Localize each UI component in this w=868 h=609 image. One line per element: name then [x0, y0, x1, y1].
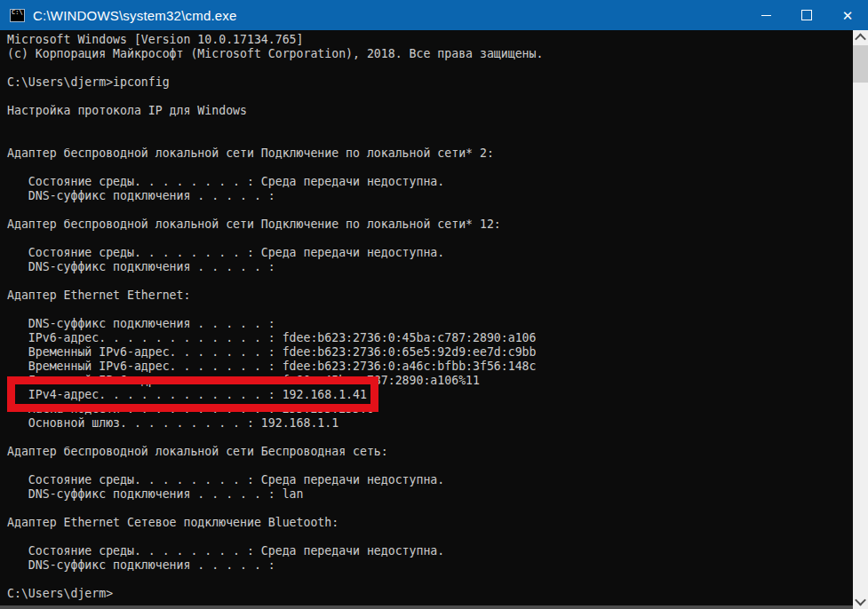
ipv4-highlight-box: [7, 376, 378, 412]
close-button[interactable]: ✕: [827, 0, 868, 30]
scrollbar[interactable]: [853, 30, 868, 609]
window-bottom-edge: [0, 605, 853, 609]
minimize-button[interactable]: [745, 0, 786, 30]
chevron-up-icon: [855, 34, 866, 45]
terminal-output: Microsoft Windows [Version 10.0.17134.76…: [0, 30, 853, 601]
terminal[interactable]: Microsoft Windows [Version 10.0.17134.76…: [0, 30, 853, 605]
cmd-window: C:\ C:\WINDOWS\system32\cmd.exe ✕ Micros…: [0, 0, 868, 609]
maximize-button[interactable]: [786, 0, 827, 30]
cmd-icon[interactable]: C:\: [10, 9, 25, 22]
minimize-icon: [761, 15, 771, 16]
cmd-icon-glyph: C:\: [12, 10, 23, 16]
close-icon: ✕: [842, 9, 854, 22]
maximize-icon: [801, 10, 812, 20]
window-controls: ✕: [745, 0, 868, 30]
scroll-up-button[interactable]: [853, 30, 868, 45]
scrollbar-thumb[interactable]: [853, 45, 868, 83]
chevron-down-icon: [855, 595, 866, 606]
window-title: C:\WINDOWS\system32\cmd.exe: [33, 8, 237, 23]
titlebar: C:\ C:\WINDOWS\system32\cmd.exe ✕: [0, 0, 868, 30]
scroll-down-button[interactable]: [853, 594, 868, 609]
